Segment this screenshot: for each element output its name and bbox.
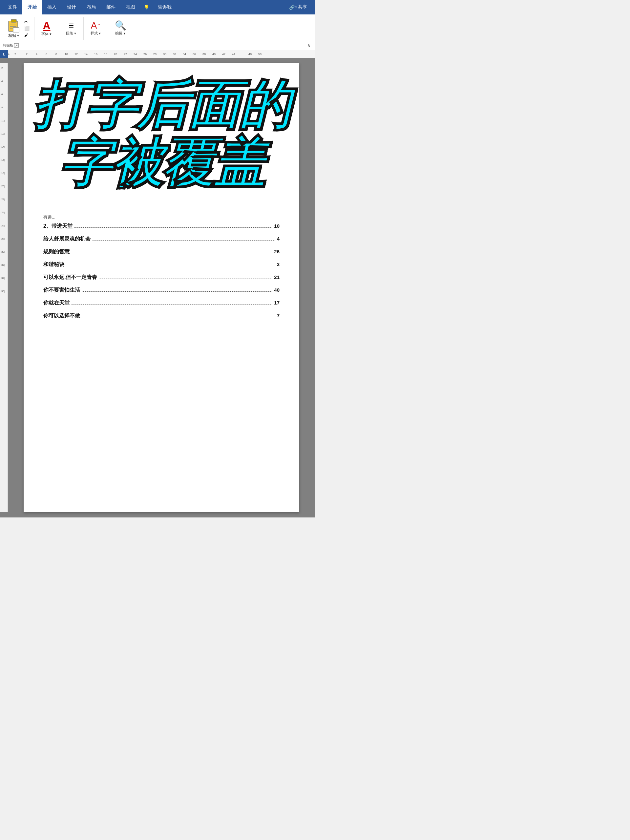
left-ruler-28: |28| <box>1 237 5 240</box>
font-icon: A <box>43 21 50 31</box>
menu-share[interactable]: 🔗 ♀共享 <box>284 0 313 14</box>
clipboard-footer-label[interactable]: 剪贴板 ↗ <box>3 43 19 48</box>
ruler-marks: 4 2 2 4 6 8 10 12 14 16 18 20 22 24 26 2… <box>8 50 315 58</box>
styles-dropdown-icon[interactable]: ▼ <box>98 32 101 35</box>
toc-row-7: 你可以选择不做 7 <box>43 313 279 319</box>
toc-dots-1 <box>93 240 275 240</box>
toc-title-4: 可以永远,但不一定青春 <box>43 274 97 281</box>
ruler-num-22: 22 <box>124 52 127 56</box>
svg-rect-1 <box>11 19 16 22</box>
format-painter-button[interactable]: 🖌 <box>23 32 31 38</box>
format-painter-icon: 🖌 <box>24 33 28 38</box>
toc-note: 有趣... <box>43 214 279 220</box>
toc-page-2: 26 <box>274 249 279 254</box>
ribbon-footer: 剪贴板 ↗ ∧ <box>0 41 315 50</box>
clipboard-expand-icon[interactable]: ↗ <box>14 43 19 47</box>
ribbon-font-group: A 字体 ▼ <box>35 17 59 40</box>
overlay-text: 打字后面的 字被覆盖 <box>24 76 299 192</box>
menu-tell-me[interactable]: 告诉我 <box>153 0 177 14</box>
ribbon-clipboard-group: 粘贴 ▼ ✂ ⬜ 🖌 <box>3 17 35 40</box>
toc-dots-0 <box>74 227 272 228</box>
ruler-num-26: 26 <box>144 52 147 56</box>
ruler-num-30: 30 <box>163 52 166 56</box>
toc-page-1: 4 <box>277 236 279 242</box>
toc-row-5: 你不要害怕生活 40 <box>43 287 279 294</box>
paragraph-icon: ≡ <box>69 21 74 30</box>
ruler-num-2: 2 <box>14 52 16 56</box>
left-ruler-26: |26| <box>1 224 5 227</box>
left-ruler-24: |24| <box>1 211 5 214</box>
menu-mail[interactable]: 邮件 <box>101 0 121 14</box>
menu-layout[interactable]: 布局 <box>81 0 101 14</box>
editing-dropdown-icon[interactable]: ▼ <box>123 32 126 35</box>
ruler-num-10: 10 <box>65 52 68 56</box>
ruler-num-16: 16 <box>94 52 98 56</box>
left-ruler-22: |22| <box>1 198 5 201</box>
paragraph-button[interactable]: ≡ 段落 ▼ <box>63 20 79 37</box>
menu-file[interactable]: 文件 <box>3 0 22 14</box>
toc-page-6: 17 <box>274 300 279 305</box>
toc-dots-5 <box>82 291 272 292</box>
toc-title-0: 2、带进天堂 <box>43 223 73 230</box>
toc-title-2: 规则的智慧 <box>43 248 69 255</box>
editing-icon: 🔍 <box>115 21 126 30</box>
toc-title-1: 给人舒展灵魂的机会 <box>43 235 90 243</box>
ruler-num-14: 14 <box>84 52 88 56</box>
left-ruler-30: |30| <box>1 250 5 253</box>
styles-button[interactable]: A⌄ 样式 ▼ <box>88 20 104 37</box>
toc-page-3: 3 <box>277 262 279 267</box>
menu-lightbulb-icon: 💡 <box>141 0 153 14</box>
copy-button[interactable]: ⬜ <box>23 25 31 32</box>
menu-bar: 文件 开始 插入 设计 布局 邮件 视图 💡 告诉我 🔗 ♀共享 <box>0 0 315 14</box>
editing-button[interactable]: 🔍 编辑 ▼ <box>112 20 129 37</box>
menu-view[interactable]: 视图 <box>121 0 141 14</box>
font-button[interactable]: A 字体 ▼ <box>38 19 55 38</box>
ruler-num-8: 8 <box>55 52 57 56</box>
toc-title-6: 你就在天堂 <box>43 300 69 306</box>
paste-label: 粘贴 <box>8 33 16 38</box>
left-ruler-4: |4| <box>1 80 4 83</box>
left-ruler-36: |36| <box>1 290 5 293</box>
toc-title-3: 和谐秘诀 <box>43 261 64 268</box>
toc-page-0: 10 <box>274 223 279 229</box>
document-area: |2| |4| |6| |8| |10| |12| |14| |16| |18|… <box>0 58 315 518</box>
toc-dots-7 <box>82 317 275 317</box>
styles-label: 样式 <box>90 31 98 36</box>
document-page[interactable]: 打字后面的 字被覆盖 有趣... 2、带进天堂 10 给人舒展灵魂的机会 4 规… <box>24 63 299 512</box>
editing-label: 编辑 <box>115 31 122 36</box>
toc-row-3: 和谐秘诀 3 <box>43 261 279 268</box>
left-ruler-14: |14| <box>1 145 5 148</box>
toc-content: 有趣... 2、带进天堂 10 给人舒展灵魂的机会 4 规则的智慧 26 和谐秘… <box>43 214 279 319</box>
ruler-num-28: 28 <box>153 52 156 56</box>
ribbon-editing-group: 🔍 编辑 ▼ <box>108 17 133 40</box>
menu-insert[interactable]: 插入 <box>42 0 62 14</box>
ruler-l-button[interactable]: L <box>0 50 8 58</box>
paste-dropdown-icon[interactable]: ▼ <box>17 34 20 38</box>
menu-design[interactable]: 设计 <box>62 0 81 14</box>
ribbon-styles-group: A⌄ 样式 ▼ <box>84 17 108 40</box>
toc-row-4: 可以永远,但不一定青春 21 <box>43 274 279 281</box>
font-label: 字体 <box>41 32 49 36</box>
ribbon-paragraph-group: ≡ 段落 ▼ <box>59 17 84 40</box>
left-ruler: |2| |4| |6| |8| |10| |12| |14| |16| |18|… <box>0 63 8 512</box>
toc-row-2: 规则的智慧 26 <box>43 248 279 255</box>
ribbon-collapse-button[interactable]: ∧ <box>305 42 313 49</box>
paragraph-dropdown-icon[interactable]: ▼ <box>74 32 77 35</box>
cut-button[interactable]: ✂ <box>23 19 31 25</box>
left-ruler-6: |6| <box>1 93 4 96</box>
ruler-num-40: 40 <box>212 52 216 56</box>
ruler-num-24: 24 <box>134 52 137 56</box>
toc-page-7: 7 <box>277 313 279 318</box>
menu-home[interactable]: 开始 <box>22 0 42 14</box>
toc-row-6: 你就在天堂 17 <box>43 300 279 306</box>
ruler: L 4 2 2 4 6 8 10 12 14 16 18 20 22 24 26… <box>0 50 315 58</box>
left-ruler-10: |10| <box>1 119 5 122</box>
font-dropdown-icon[interactable]: ▼ <box>49 33 52 36</box>
toc-row-0: 2、带进天堂 10 <box>43 223 279 230</box>
left-ruler-16: |16| <box>1 158 5 161</box>
left-ruler-12: |12| <box>1 132 5 135</box>
paste-button[interactable]: 粘贴 ▼ <box>5 17 22 40</box>
toc-dots-3 <box>66 266 275 266</box>
ruler-num-32: 32 <box>173 52 176 56</box>
toc-dots-6 <box>71 304 272 305</box>
